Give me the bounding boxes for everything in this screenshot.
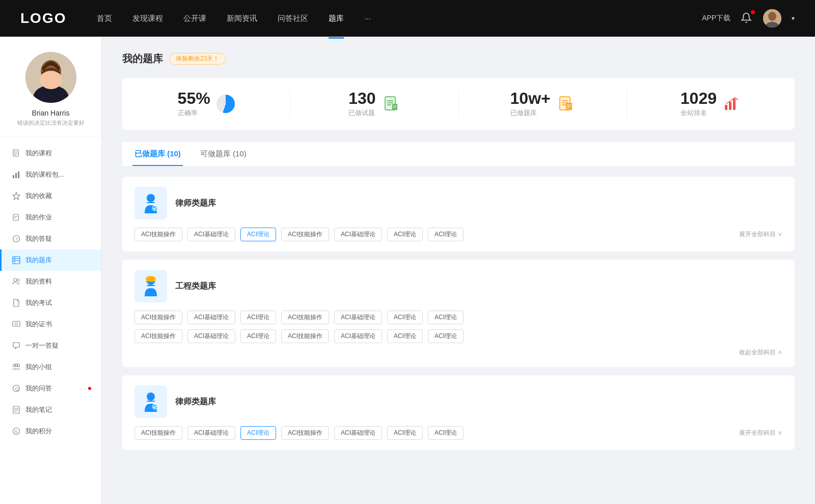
header: LOGO 首页 发现课程 公开课 新闻资讯 问答社区 题库 ··· APP下载 …	[0, 0, 815, 37]
stat-site-rank: 1029 全站排名	[627, 90, 795, 118]
tag[interactable]: ACI理论	[387, 426, 423, 440]
svg-rect-58	[147, 202, 155, 203]
tag[interactable]: ACI技能操作	[281, 329, 329, 343]
menu-course-package[interactable]: 我的课程包...	[0, 164, 101, 185]
tag[interactable]: ACI基础理论	[187, 311, 235, 324]
tag[interactable]: ACI技能操作	[281, 228, 329, 241]
app-download-link[interactable]: APP下载	[702, 14, 730, 23]
user-avatar[interactable]	[763, 9, 781, 27]
nav-news[interactable]: 新闻资讯	[227, 12, 257, 25]
menu-my-certificate[interactable]: 我的证书	[0, 314, 101, 335]
tag[interactable]: ACI技能操作	[134, 329, 182, 343]
menu-favorites[interactable]: 我的收藏	[0, 185, 101, 207]
tag[interactable]: ACI理论	[428, 228, 464, 241]
svg-rect-20	[13, 257, 20, 264]
svg-rect-15	[13, 214, 18, 220]
menu-label: 我的问答	[25, 384, 52, 393]
tag[interactable]: ACI技能操作	[134, 228, 182, 241]
tag[interactable]: ACI基础理论	[334, 228, 382, 241]
page-title: 我的题库	[122, 52, 163, 66]
stat-number: 130	[348, 90, 375, 106]
tag[interactable]: ACI基础理论	[334, 426, 382, 440]
nav-discover[interactable]: 发现课程	[132, 12, 163, 25]
tag[interactable]: ACI技能操作	[281, 311, 329, 324]
tag[interactable]: ACI理论	[240, 329, 276, 343]
tag[interactable]: ACI基础理论	[187, 228, 235, 241]
tag[interactable]: ACI理论	[240, 311, 276, 324]
nav-qbank[interactable]: 题库	[329, 12, 344, 25]
svg-text:S: S	[15, 429, 18, 434]
logo[interactable]: LOGO	[20, 10, 66, 26]
tag[interactable]: ACI基础理论	[187, 426, 235, 440]
tag[interactable]: ACI基础理论	[187, 329, 235, 343]
stat-label: 全站排名	[681, 108, 717, 118]
main-nav: 首页 发现课程 公开课 新闻资讯 问答社区 题库 ···	[97, 12, 702, 25]
tag[interactable]: ACI基础理论	[334, 311, 382, 324]
svg-point-1	[768, 12, 776, 21]
sidebar-menu: 我的课程 我的课程包... 我的收藏 我的作业	[0, 143, 101, 442]
nav-home[interactable]: 首页	[97, 12, 112, 25]
tags-row-0: ACI技能操作 ACI基础理论 ACI理论 ACI技能操作 ACI基础理论 AC…	[134, 228, 782, 241]
tag[interactable]: ACI技能操作	[134, 426, 182, 440]
nav-more[interactable]: ···	[364, 12, 371, 25]
tag[interactable]: ACI理论	[387, 228, 423, 241]
tag[interactable]: ACI理论	[387, 311, 423, 324]
expand-link-0[interactable]: 展开全部科目 ∨	[739, 230, 782, 239]
tag[interactable]: ACI基础理论	[334, 329, 382, 343]
menu-label: 我的题库	[25, 256, 52, 265]
tag[interactable]: ACI理论	[428, 426, 464, 440]
edit-icon	[12, 213, 20, 221]
menu-my-notes[interactable]: 我的笔记	[0, 399, 101, 421]
svg-rect-13	[18, 172, 19, 178]
avatar	[25, 52, 76, 103]
menu-my-qbank[interactable]: 我的题库	[0, 249, 101, 271]
qa-icon: Q	[12, 384, 20, 393]
nav-open-course[interactable]: 公开课	[183, 12, 206, 25]
menu-my-questions[interactable]: Q 我的问答	[0, 378, 101, 399]
menu-my-exam[interactable]: 我的考试	[0, 292, 101, 314]
svg-point-24	[14, 278, 17, 282]
tab-done-qbanks[interactable]: 已做题库 (10)	[132, 142, 183, 166]
menu-my-profile[interactable]: 我的资料	[0, 271, 101, 292]
notification-bell[interactable]	[741, 12, 753, 24]
tags-row-2: ACI技能操作 ACI基础理论 ACI理论 ACI技能操作 ACI基础理论 AC…	[134, 426, 782, 440]
menu-my-points[interactable]: S 我的积分	[0, 421, 101, 442]
qbank-card-1: 工程类题库 ACI技能操作 ACI基础理论 ACI理论 ACI技能操作 ACI基…	[122, 260, 795, 367]
menu-homework[interactable]: 我的作业	[0, 207, 101, 228]
table-icon	[12, 256, 20, 264]
qbank-header: 律师类题库	[134, 187, 782, 219]
tab-available-qbanks[interactable]: 可做题库 (10)	[198, 142, 249, 166]
group-icon	[12, 363, 20, 371]
tag[interactable]: ACI理论	[428, 329, 464, 343]
tag[interactable]: ACI理论	[428, 311, 464, 324]
user-menu-chevron[interactable]: ▾	[792, 15, 795, 22]
svg-rect-55	[729, 102, 731, 110]
menu-my-courses[interactable]: 我的课程	[0, 143, 101, 164]
tag[interactable]: ACI技能操作	[281, 426, 329, 440]
menu-qa-answers[interactable]: ? 我的答疑	[0, 228, 101, 249]
menu-label: 我的考试	[25, 298, 52, 307]
collapse-link-1[interactable]: 收起全部科目 ∧	[134, 348, 782, 357]
points-icon: S	[12, 427, 20, 435]
notification-badge	[751, 10, 755, 14]
menu-label: 我的资料	[25, 277, 52, 286]
tag[interactable]: ACI技能操作	[134, 311, 182, 324]
nav-qa[interactable]: 问答社区	[278, 12, 308, 25]
qbank-card-0: 律师类题库 ACI技能操作 ACI基础理论 ACI理论 ACI技能操作 ACI基…	[122, 177, 795, 251]
tag[interactable]: ACI理论	[387, 329, 423, 343]
menu-one-on-one[interactable]: 一对一答疑	[0, 335, 101, 356]
menu-my-group[interactable]: 我的小组	[0, 356, 101, 378]
tag-active[interactable]: ACI理论	[240, 228, 276, 241]
tag-active[interactable]: ACI理论	[240, 426, 276, 440]
svg-marker-14	[13, 192, 20, 200]
note-icon	[12, 406, 20, 414]
file-icon	[12, 299, 20, 307]
profile-motto: 错误的决定比没有决定要好	[17, 119, 85, 127]
svg-text:Q: Q	[15, 386, 19, 391]
svg-point-65	[147, 393, 155, 401]
stat-label: 已做题库	[510, 108, 551, 118]
expand-link-2[interactable]: 展开全部科目 ∨	[739, 429, 782, 437]
stat-done-questions: 130 已做试题	[290, 90, 458, 118]
svg-rect-64	[146, 281, 156, 282]
menu-label: 一对一答疑	[25, 341, 59, 350]
